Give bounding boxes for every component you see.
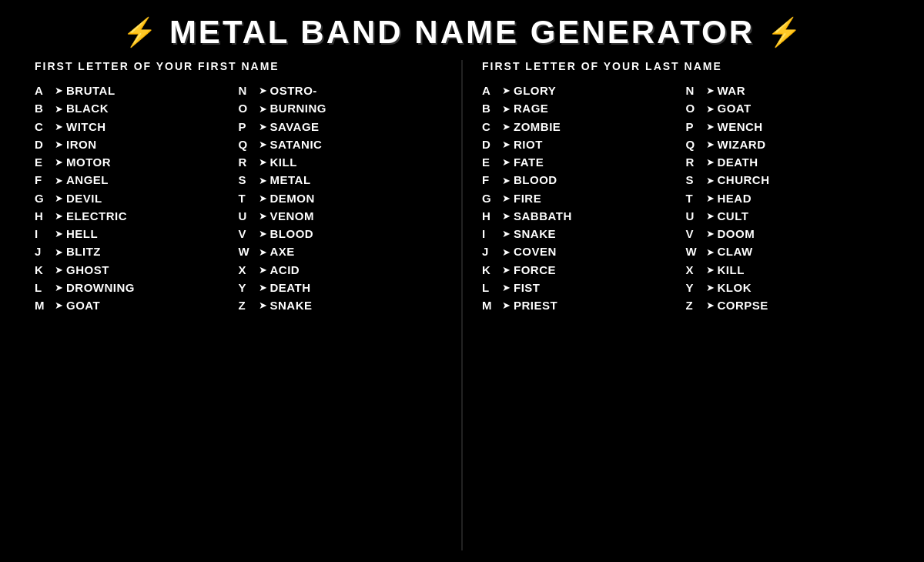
word-label: BRUTAL — [66, 83, 116, 99]
list-item: R➤DEATh — [686, 155, 890, 170]
list-item: A➤GLORY — [482, 83, 686, 99]
word-label: SABBATh — [514, 209, 572, 224]
arrow-icon: ➤ — [259, 174, 267, 188]
list-item: V➤BLOOD — [239, 226, 443, 242]
arrow-icon: ➤ — [706, 156, 715, 169]
word-label: BLOOD — [270, 226, 314, 242]
list-item: E➤MOTOR — [35, 155, 239, 170]
word-label: FIST — [514, 280, 541, 296]
list-item: E➤FATE — [482, 155, 686, 170]
content-area: FIRST LETTER OF YOUR FIRST NAME A➤BRUTAL… — [23, 60, 901, 550]
list-item: S➤ChURCh — [686, 172, 890, 188]
letter-label: V — [686, 226, 703, 242]
word-label: DEMON — [270, 191, 315, 206]
letter-label: D — [482, 137, 499, 152]
list-item: W➤CLAW — [686, 244, 890, 259]
arrow-icon: ➤ — [706, 102, 715, 116]
arrow-icon: ➤ — [706, 120, 715, 134]
list-item: Y➤KLOK — [686, 280, 890, 296]
list-item: B➤BLACK — [35, 101, 239, 116]
word-label: OSTRO- — [270, 83, 317, 99]
list-item: R➤KILL — [239, 155, 443, 170]
last-name-panel-title: FIRST LETTER OF YOUR LAST NAME — [482, 60, 889, 72]
title-area: ⚡ METAL BAND NAME GENERATOR ⚡ — [23, 8, 901, 60]
arrow-icon: ➤ — [55, 281, 63, 295]
first-name-left-column: A➤BRUTALB➤BLACKC➤WITChD➤IRONE➤MOTORF➤ANG… — [35, 83, 239, 313]
word-label: BLACK — [66, 101, 109, 116]
arrow-icon: ➤ — [502, 263, 511, 277]
arrow-icon: ➤ — [502, 174, 511, 188]
list-item: M➤PRIEST — [482, 298, 686, 313]
first-name-panel-title: FIRST LETTER OF YOUR FIRST NAME — [35, 60, 442, 72]
arrow-icon: ➤ — [502, 209, 511, 223]
word-label: SAVAGE — [270, 119, 320, 135]
arrow-icon: ➤ — [706, 227, 715, 241]
word-label: KILL — [718, 263, 745, 278]
list-item: A➤BRUTAL — [35, 83, 239, 99]
list-item: Y➤DEATh — [239, 280, 443, 296]
word-label: DEVIL — [66, 191, 102, 206]
letter-label: A — [35, 83, 52, 99]
arrow-icon: ➤ — [502, 281, 511, 295]
letter-label: H — [35, 209, 52, 224]
arrow-icon: ➤ — [706, 281, 715, 295]
list-item: Z➤SNAke — [239, 298, 443, 313]
word-label: RIOT — [514, 137, 543, 152]
letter-label: G — [35, 191, 52, 206]
arrow-icon: ➤ — [706, 174, 715, 188]
letter-label: M — [35, 298, 52, 313]
arrow-icon: ➤ — [259, 227, 267, 241]
arrow-icon: ➤ — [502, 138, 511, 152]
arrow-icon: ➤ — [259, 281, 267, 295]
arrow-icon: ➤ — [706, 192, 715, 206]
letter-label: S — [686, 172, 703, 188]
word-label: COVEN — [514, 244, 557, 259]
word-label: IRON — [66, 137, 97, 152]
word-label: FIRE — [514, 191, 541, 206]
letter-label: M — [482, 298, 499, 313]
arrow-icon: ➤ — [55, 174, 63, 188]
word-label: ChURCh — [718, 172, 770, 188]
word-label: CULT — [718, 209, 749, 224]
arrow-icon: ➤ — [706, 246, 715, 259]
first-name-panel: FIRST LETTER OF YOUR FIRST NAME A➤BRUTAL… — [23, 60, 454, 550]
arrow-icon: ➤ — [502, 120, 511, 134]
list-item: F➤ANGel — [35, 172, 239, 188]
word-label: MOTOR — [66, 155, 111, 170]
letter-label: Z — [686, 298, 703, 313]
arrow-icon: ➤ — [502, 227, 511, 241]
first-name-columns: A➤BRUTALB➤BLACKC➤WITChD➤IRONE➤MOTORF➤ANG… — [35, 83, 442, 313]
word-label: ACID — [270, 263, 300, 278]
page-title: METAL BAND NAME GENERATOR — [169, 14, 755, 51]
word-label: DROWNING — [66, 280, 135, 296]
word-label: CORPSE — [718, 298, 768, 313]
list-item: H➤SABBATh — [482, 209, 686, 224]
letter-label: C — [482, 119, 499, 135]
word-label: RAGE — [514, 101, 548, 116]
word-label: DEATh — [718, 155, 758, 170]
letter-label: H — [482, 209, 499, 224]
arrow-icon: ➤ — [259, 156, 267, 169]
letter-label: U — [239, 209, 256, 224]
letter-label: P — [686, 119, 703, 135]
lightning-right-icon: ⚡ — [767, 16, 802, 49]
letter-label: L — [35, 280, 52, 296]
list-item: K➤GhOST — [35, 263, 239, 278]
lightning-left-icon: ⚡ — [122, 16, 157, 49]
arrow-icon: ➤ — [55, 120, 63, 134]
list-item: N➤WAR — [686, 83, 890, 99]
word-label: hEAD — [718, 191, 752, 206]
word-label: KILL — [270, 155, 297, 170]
letter-label: Z — [239, 298, 256, 313]
word-label: KLOK — [718, 280, 752, 296]
letter-label: X — [239, 263, 256, 278]
letter-label: S — [239, 172, 256, 188]
word-label: WIZARD — [718, 137, 766, 152]
word-label: AXE — [270, 244, 295, 259]
list-item: J➤COVEN — [482, 244, 686, 259]
letter-label: I — [35, 226, 52, 242]
list-item: L➤FIST — [482, 280, 686, 296]
list-item: X➤ACID — [239, 263, 443, 278]
arrow-icon: ➤ — [259, 120, 267, 134]
arrow-icon: ➤ — [502, 102, 511, 116]
